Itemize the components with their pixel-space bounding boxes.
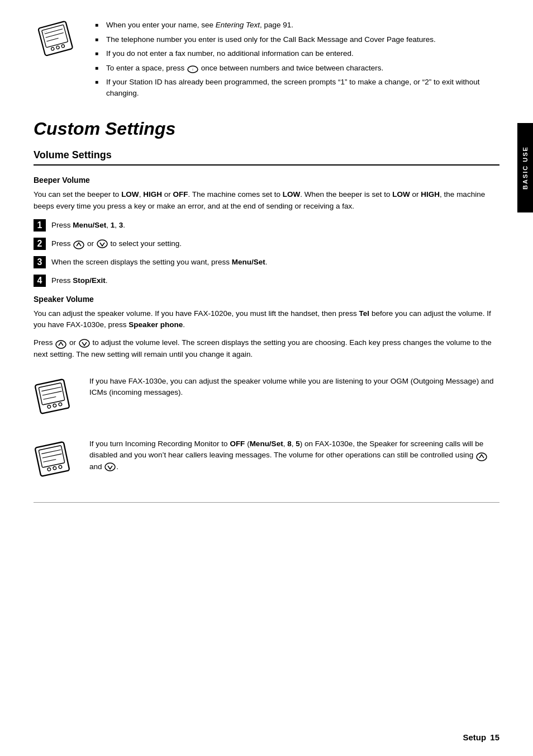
svg-line-5 (45, 29, 63, 34)
svg-line-28 (41, 450, 61, 453)
step-3-text: When the screen displays the setting you… (51, 256, 267, 268)
svg-line-6 (46, 33, 64, 38)
space-key-icon: ↑ (187, 63, 199, 73)
beeper-steps-list: 1 Press Menu/Set, 1, 3. 2 Press or to se… (34, 219, 499, 287)
svg-rect-16 (39, 383, 65, 405)
step-4: 4 Press Stop/Exit. (34, 274, 499, 287)
step-1-text: Press Menu/Set, 1, 3. (51, 219, 125, 231)
note-box-2: If you turn Incoming Recording Monitor t… (34, 433, 499, 485)
device-icon-svg: - - - (36, 20, 81, 59)
bullet-2: The telephone number you enter is used o… (95, 34, 499, 45)
step-4-number: 4 (34, 275, 46, 287)
speaker-volume-subheading: Speaker Volume (34, 295, 499, 304)
volume-settings-heading: Volume Settings (34, 149, 499, 166)
bullet-5: If your Station ID has already been prog… (95, 77, 499, 98)
note-box-1-text: If you have FAX-1030e, you can adjust th… (89, 376, 499, 417)
page-footer: Setup 15 (463, 733, 499, 742)
svg-line-7 (46, 38, 58, 41)
svg-point-3 (56, 46, 59, 49)
svg-text:↑: ↑ (192, 68, 194, 72)
note-icon-top: - - - (34, 17, 84, 62)
svg-rect-0 (38, 21, 73, 56)
bullet-3: If you do not enter a fax number, no add… (95, 48, 499, 59)
svg-point-25 (47, 467, 51, 471)
svg-line-20 (41, 387, 61, 391)
top-note-bullets: When you enter your name, see Entering T… (95, 17, 499, 102)
device-icon-3 (34, 441, 78, 480)
page-wrapper: BASIC USE - - - (0, 0, 533, 756)
step-2-number: 2 (34, 238, 46, 250)
svg-point-18 (53, 404, 57, 408)
svg-point-4 (61, 44, 65, 48)
bullet-4: To enter a space, press ↑ once between n… (95, 63, 499, 74)
step-3: 3 When the screen displays the setting y… (34, 256, 499, 268)
step-2: 2 Press or to select your setting. (34, 237, 499, 250)
beeper-volume-subheading: Beeper Volume (34, 176, 499, 185)
svg-line-30 (43, 459, 56, 462)
down-arrow-icon-2 (78, 338, 91, 349)
svg-point-19 (59, 403, 63, 407)
svg-line-29 (42, 454, 62, 458)
down-arrow-icon (96, 238, 108, 249)
side-tab: BASIC USE (517, 123, 533, 212)
footer-text: Setup (463, 733, 486, 742)
note-icon-1 (34, 376, 78, 417)
svg-rect-24 (39, 446, 65, 468)
note-icon-2 (34, 438, 78, 480)
page-number: 15 (490, 733, 499, 742)
up-arrow-icon-2 (55, 338, 67, 349)
svg-point-26 (53, 466, 57, 470)
bullet-1: When you enter your name, see Entering T… (95, 20, 499, 31)
up-arrow-icon (73, 238, 85, 249)
step-1: 1 Press Menu/Set, 1, 3. (34, 219, 499, 231)
svg-point-17 (47, 405, 51, 409)
svg-point-27 (59, 465, 63, 469)
device-icon-2 (34, 378, 78, 417)
svg-line-21 (42, 391, 62, 395)
top-notes-section: - - - When you enter your name, see Ente… (34, 17, 499, 102)
note-box-2-text: If you turn Incoming Recording Monitor t… (89, 438, 499, 480)
footer-divider (34, 502, 499, 503)
up-arrow-icon-3 (475, 450, 488, 461)
step-2-text: Press or to select your setting. (51, 237, 182, 249)
side-tab-label: BASIC USE (522, 146, 529, 190)
svg-point-2 (51, 47, 54, 50)
top-bullets-list: When you enter your name, see Entering T… (95, 20, 499, 98)
svg-line-22 (43, 396, 56, 399)
note-box-1: If you have FAX-1030e, you can adjust th… (34, 370, 499, 423)
down-arrow-icon-3 (104, 461, 116, 472)
step-1-number: 1 (34, 219, 46, 231)
speaker-volume-body2: Press or to adjust the volume level. The… (34, 337, 499, 360)
svg-rect-1 (42, 25, 68, 48)
speaker-volume-body1: You can adjust the speaker volume. If yo… (34, 308, 499, 331)
custom-settings-title: Custom Settings (34, 119, 499, 139)
step-3-number: 3 (34, 256, 46, 268)
beeper-volume-body: You can set the beeper to LOW, HIGH or O… (34, 189, 499, 212)
step-4-text: Press Stop/Exit. (51, 274, 108, 286)
